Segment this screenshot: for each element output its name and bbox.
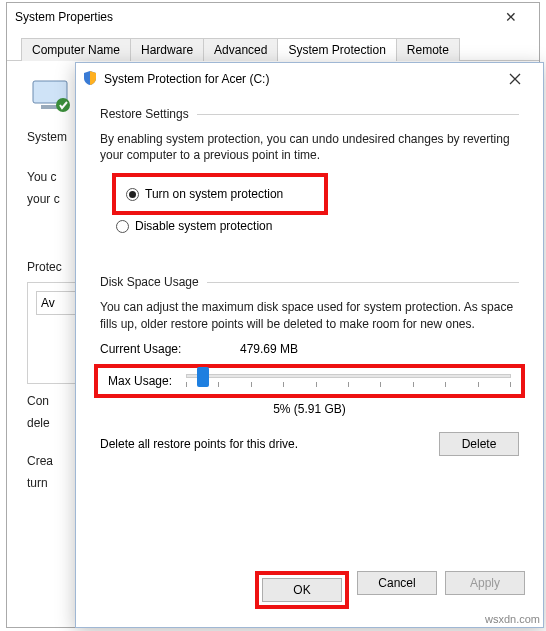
radio-on-icon: [126, 188, 139, 201]
ok-button[interactable]: OK: [262, 578, 342, 602]
tab-system-protection[interactable]: System Protection: [277, 38, 396, 61]
restore-settings-header: Restore Settings: [100, 107, 519, 121]
highlight-max-usage: Max Usage:: [94, 364, 525, 398]
bg-title: System Properties: [15, 10, 113, 24]
current-usage-row: Current Usage: 479.69 MB: [100, 342, 519, 356]
highlight-ok: OK: [255, 571, 349, 609]
bg-tabs: Computer Name Hardware Advanced System P…: [7, 37, 539, 61]
tab-computer-name[interactable]: Computer Name: [21, 38, 131, 61]
ok-button-label: OK: [293, 583, 310, 597]
radio-turn-on-row[interactable]: Turn on system protection: [126, 187, 314, 201]
bg-titlebar: System Properties ✕: [7, 3, 539, 31]
delete-row: Delete all restore points for this drive…: [100, 432, 519, 456]
apply-button-label: Apply: [470, 576, 500, 590]
svg-point-2: [56, 98, 70, 112]
max-usage-row: Max Usage:: [108, 374, 511, 388]
tab-remote[interactable]: Remote: [396, 38, 460, 61]
max-usage-label: Max Usage:: [108, 374, 172, 388]
cancel-button[interactable]: Cancel: [357, 571, 437, 595]
divider: [207, 282, 519, 283]
disk-desc: You can adjust the maximum disk space us…: [100, 299, 519, 331]
current-usage-label: Current Usage:: [100, 342, 200, 356]
dialog-button-row: OK Cancel Apply: [76, 559, 543, 621]
dlg-title: System Protection for Acer (C:): [104, 72, 269, 86]
shield-icon: [82, 70, 98, 89]
max-usage-value: 5% (5.91 GB): [100, 402, 519, 416]
radio-disable-row[interactable]: Disable system protection: [116, 219, 519, 233]
bg-close-button[interactable]: ✕: [491, 9, 531, 25]
radio-off-label: Disable system protection: [135, 219, 272, 233]
slider-ticks: [186, 382, 511, 387]
tab-advanced[interactable]: Advanced: [203, 38, 278, 61]
max-usage-slider[interactable]: [186, 374, 511, 387]
system-protection-dialog: System Protection for Acer (C:) Restore …: [75, 62, 544, 628]
delete-desc: Delete all restore points for this drive…: [100, 437, 298, 451]
close-button[interactable]: [495, 67, 535, 91]
radio-on-label: Turn on system protection: [145, 187, 283, 201]
watermark: wsxdn.com: [485, 613, 540, 625]
dlg-body: Restore Settings By enabling system prot…: [76, 95, 543, 466]
current-usage-value: 479.69 MB: [240, 342, 298, 356]
delete-button-label: Delete: [462, 437, 497, 451]
slider-thumb-icon: [197, 367, 209, 387]
dlg-titlebar: System Protection for Acer (C:): [76, 63, 543, 95]
restore-settings-label: Restore Settings: [100, 107, 189, 121]
highlight-turn-on: Turn on system protection: [112, 173, 328, 215]
apply-button[interactable]: Apply: [445, 571, 525, 595]
divider: [197, 114, 519, 115]
tab-hardware[interactable]: Hardware: [130, 38, 204, 61]
delete-button[interactable]: Delete: [439, 432, 519, 456]
restore-desc: By enabling system protection, you can u…: [100, 131, 519, 163]
disk-usage-label: Disk Space Usage: [100, 275, 199, 289]
radio-off-icon: [116, 220, 129, 233]
cancel-button-label: Cancel: [378, 576, 415, 590]
disk-usage-header: Disk Space Usage: [100, 275, 519, 289]
close-icon: [509, 73, 521, 85]
